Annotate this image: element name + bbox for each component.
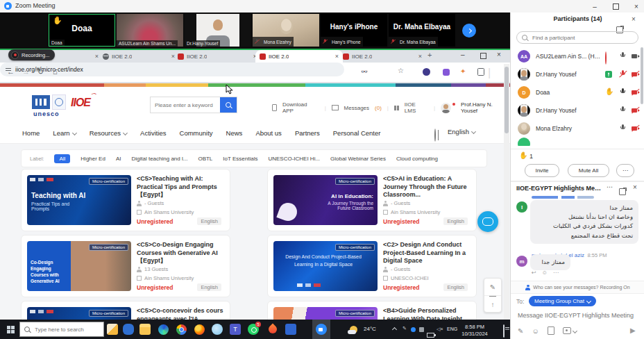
- camera-off-icon[interactable]: [632, 106, 641, 115]
- camera-off-icon[interactable]: [632, 70, 641, 78]
- photoshop-express-icon[interactable]: [285, 323, 297, 336]
- muted-mic-icon[interactable]: [619, 70, 627, 78]
- reload-icon[interactable]: ↻: [37, 67, 44, 76]
- firefox-icon[interactable]: [193, 323, 205, 336]
- nav-activities[interactable]: Activities: [140, 129, 166, 137]
- course-card-2[interactable]: Micro-certification AI in Education: A J…: [267, 169, 477, 231]
- nav-home[interactable]: Home: [22, 129, 40, 137]
- whatsapp-icon[interactable]: 5: [247, 323, 260, 336]
- course-card-3[interactable]: Micro-certification Co-Design Engaging C…: [21, 235, 230, 297]
- close-button[interactable]: ×: [628, 0, 644, 13]
- chat-target-selector[interactable]: Meeting Group Chat: [529, 296, 596, 306]
- filter-higher-ed[interactable]: Higher Ed: [80, 156, 105, 162]
- attach-file-icon[interactable]: [548, 326, 554, 335]
- messages-link[interactable]: Messages: [344, 105, 369, 111]
- nav-partners[interactable]: Partners: [295, 129, 320, 137]
- password-eye-icon[interactable]: 👓: [361, 69, 367, 75]
- participant-row[interactable]: D Doaa ✋: [511, 83, 644, 101]
- next-videos-button[interactable]: [462, 24, 476, 38]
- iioe-logo[interactable]: IIOE: [71, 97, 90, 108]
- page-scrollbar[interactable]: [504, 64, 509, 320]
- nav-resources[interactable]: Resources: [90, 129, 127, 137]
- filter-cloud[interactable]: Cloud computing: [396, 156, 438, 162]
- nav-about[interactable]: About us: [255, 129, 282, 137]
- participant-search-input[interactable]: [531, 34, 624, 42]
- taskbar-search[interactable]: [19, 322, 104, 337]
- mic-icon[interactable]: [619, 124, 627, 133]
- chat-message-input[interactable]: [516, 311, 643, 320]
- weather-temp[interactable]: 24°C: [364, 326, 376, 332]
- screenshot-icon[interactable]: [563, 327, 577, 334]
- filter-webinar[interactable]: Global Webinar Series: [330, 156, 386, 162]
- unesco-logo[interactable]: [32, 94, 66, 110]
- speaker-muted-icon[interactable]: ◁×: [437, 326, 443, 332]
- nav-personal-center[interactable]: Personal Center: [333, 129, 381, 137]
- back-to-top-button[interactable]: ↑: [489, 296, 496, 313]
- filter-iot[interactable]: IoT Essentials: [223, 156, 257, 162]
- taskbar-search-input[interactable]: [33, 326, 99, 333]
- format-icon[interactable]: ✎: [518, 327, 523, 335]
- lms-link[interactable]: IIOE LMS: [405, 101, 428, 114]
- reply-icon[interactable]: ↩: [532, 270, 536, 276]
- browser-tab-3[interactable]: IIOE 2.0 ×: [173, 50, 261, 63]
- feedback-pencil-button[interactable]: ✎: [484, 279, 501, 296]
- browser-tab-5[interactable]: IIOE 2.0 ×: [339, 50, 426, 63]
- opera-icon[interactable]: [266, 323, 279, 336]
- filter-all[interactable]: All: [54, 154, 70, 163]
- tray-pen-icon[interactable]: ✎: [402, 326, 407, 331]
- invite-button[interactable]: Invite: [525, 164, 559, 177]
- mic-icon[interactable]: [619, 88, 627, 97]
- emoji-react-icon[interactable]: ☺: [542, 270, 548, 276]
- chat-close-icon[interactable]: ×: [633, 183, 637, 191]
- video-tile-drhany[interactable]: Dr.Hany-Yousef: [185, 14, 251, 47]
- start-button[interactable]: [4, 323, 17, 336]
- chat-support-fab[interactable]: [477, 211, 498, 232]
- video-tile-mona[interactable]: Mona Elzahry: [253, 14, 319, 47]
- course-card-4[interactable]: Micro-certification Design And Conduct P…: [267, 235, 477, 297]
- chrome-icon[interactable]: [175, 323, 187, 336]
- home-icon[interactable]: ⌂: [53, 67, 58, 76]
- browser-close-button[interactable]: ×: [497, 51, 501, 58]
- keyboard-language[interactable]: ENG: [447, 326, 457, 331]
- filter-ai[interactable]: AI: [116, 156, 121, 162]
- recording-indicator[interactable]: Recording...: [8, 49, 55, 60]
- filter-digital-teaching[interactable]: Digital teaching and l...: [131, 156, 187, 162]
- omnibox[interactable]: iioe.org/#/micro-cert/index: [0, 63, 344, 76]
- course-card-1[interactable]: Micro-certification Teaching with AI Pra…: [21, 169, 230, 231]
- profile-name[interactable]: Prof.Hany N. Yousef: [461, 101, 510, 114]
- weather-icon[interactable]: [348, 323, 358, 336]
- participant-row[interactable]: AA ASU2Learn Ain S... (Host, me): [511, 47, 644, 65]
- participant-row[interactable]: Mona Elzahry: [511, 119, 644, 138]
- mail-app-icon[interactable]: [122, 323, 135, 336]
- download-app-link[interactable]: Download APP: [282, 101, 319, 114]
- nav-news[interactable]: News: [226, 129, 243, 137]
- camera-off-icon[interactable]: [632, 124, 641, 133]
- edge-icon[interactable]: [157, 323, 169, 336]
- video-tile-maha[interactable]: Dr. Maha Elbayaa Dr. Maha Elbayaa: [389, 14, 455, 47]
- file-explorer-icon[interactable]: [139, 323, 151, 336]
- new-tab-button[interactable]: +: [427, 51, 432, 59]
- chat-privacy-notice[interactable]: Who can see your messages? Recording On: [511, 281, 644, 294]
- participants-close-icon[interactable]: ×: [632, 15, 636, 23]
- extension-icon-2[interactable]: [443, 69, 450, 76]
- filter-unesco-ichei[interactable]: UNESCO-ICHEI Hi...: [268, 156, 320, 162]
- minimize-button[interactable]: –: [586, 0, 603, 13]
- camera-icon[interactable]: [632, 52, 641, 60]
- nav-learn[interactable]: Learn: [53, 129, 76, 137]
- bookmark-star-icon[interactable]: ☆: [398, 67, 404, 74]
- participants-scrollbar[interactable]: [641, 47, 643, 104]
- site-search-input[interactable]: [151, 102, 220, 108]
- browser-tab-4-active[interactable]: IIOE 2.0 ×: [255, 50, 343, 63]
- language-globe-icon[interactable]: [434, 129, 436, 142]
- taskbar-clock[interactable]: 8:58 PM 10/31/2024: [458, 324, 491, 338]
- mic-icon[interactable]: [619, 106, 627, 115]
- extensions-puzzle-icon[interactable]: [477, 68, 484, 76]
- tray-network-icon[interactable]: [419, 327, 424, 332]
- site-info-icon[interactable]: [6, 67, 11, 72]
- browser-restore-button[interactable]: [480, 53, 486, 59]
- chat-more-icon[interactable]: ⋯: [607, 183, 613, 190]
- mute-all-button[interactable]: Mute All: [568, 164, 609, 177]
- teams-icon[interactable]: T: [229, 323, 242, 336]
- forward-icon[interactable]: →: [22, 67, 30, 76]
- tray-bluetooth-icon[interactable]: [411, 327, 416, 332]
